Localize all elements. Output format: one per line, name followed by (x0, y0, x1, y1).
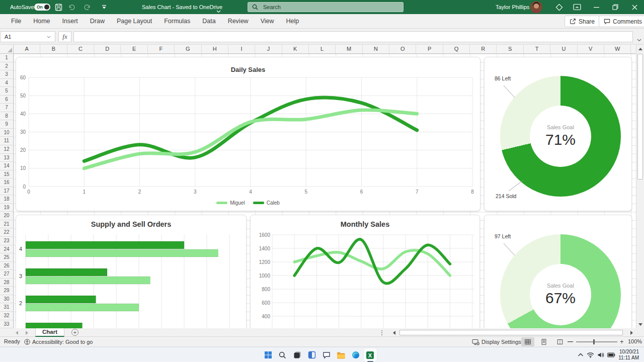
column-header-R[interactable]: R (470, 45, 497, 53)
row-header-9[interactable]: 9 (0, 120, 13, 129)
page-layout-view-button[interactable] (537, 337, 550, 346)
column-header-G[interactable]: G (175, 45, 201, 53)
bar-supply-2[interactable] (26, 304, 139, 311)
row-header-16[interactable]: 16 (0, 178, 13, 187)
row-header-28[interactable]: 28 (0, 279, 13, 287)
column-header-S[interactable]: S (497, 45, 523, 53)
column-header-K[interactable]: K (282, 45, 309, 53)
row-header-23[interactable]: 23 (0, 237, 13, 245)
row-header-12[interactable]: 12 (0, 145, 13, 154)
row-header-24[interactable]: 24 (0, 245, 13, 254)
ribbon-tab-view[interactable]: View (255, 14, 280, 29)
row-header-2[interactable]: 2 (0, 62, 13, 71)
column-header-E[interactable]: E (121, 45, 147, 53)
comments-button[interactable]: Comments (599, 16, 644, 27)
row-header-13[interactable]: 13 (0, 154, 13, 162)
search-input[interactable] (262, 4, 388, 11)
restore-button[interactable] (608, 0, 623, 14)
row-header-5[interactable]: 5 (0, 87, 13, 96)
next-sheet-button[interactable] (23, 329, 30, 336)
row-header-31[interactable]: 31 (0, 303, 13, 312)
ribbon-tab-file[interactable]: File (5, 14, 27, 29)
ribbon-tab-formulas[interactable]: Formulas (158, 14, 196, 29)
row-header-14[interactable]: 14 (0, 162, 13, 170)
row-header-15[interactable]: 15 (0, 170, 13, 179)
bar-supply-4[interactable] (26, 249, 218, 257)
column-header-Q[interactable]: Q (443, 45, 470, 53)
ribbon-tab-data[interactable]: Data (196, 14, 221, 29)
column-header-H[interactable]: H (202, 45, 228, 53)
row-header-6[interactable]: 6 (0, 96, 13, 104)
scroll-down-button[interactable] (636, 320, 644, 328)
name-box-chevron-icon[interactable] (47, 36, 51, 38)
row-header-7[interactable]: 7 (0, 104, 13, 112)
redo-button[interactable] (82, 3, 93, 12)
row-header-21[interactable]: 21 (0, 220, 13, 229)
column-header-C[interactable]: C (67, 45, 94, 53)
column-header-B[interactable]: B (40, 45, 67, 53)
zoom-slider-thumb[interactable] (593, 339, 595, 344)
row-header-4[interactable]: 4 (0, 79, 13, 87)
daily-sales-chart-card[interactable]: Daily Sales 0123456780102030405060 Migue… (16, 57, 480, 211)
start-button[interactable] (262, 348, 275, 361)
display-settings-button[interactable]: Display Settings (472, 337, 521, 347)
fx-button[interactable]: fx (58, 31, 71, 42)
ribbon-tab-page-layout[interactable]: Page Layout (111, 14, 158, 29)
search-box[interactable] (248, 2, 404, 12)
vertical-scrollbar-thumb[interactable] (637, 54, 643, 179)
column-header-M[interactable]: M (336, 45, 362, 53)
select-all-corner[interactable] (0, 45, 14, 54)
column-header-U[interactable]: U (550, 45, 577, 53)
vertical-scrollbar[interactable] (636, 45, 644, 328)
sales-goal-donut-card-top[interactable]: Sales Goal 71% 86 Left214 Sold (484, 57, 632, 211)
bar-supply-3[interactable] (26, 277, 150, 284)
previous-sheet-button[interactable] (13, 329, 20, 336)
file-explorer-button[interactable] (335, 348, 348, 361)
avatar[interactable] (530, 1, 542, 13)
zoom-level[interactable]: 100% (628, 338, 642, 344)
column-header-P[interactable]: P (416, 45, 443, 53)
row-header-17[interactable]: 17 (0, 187, 13, 196)
column-header-I[interactable]: I (228, 45, 255, 53)
row-header-10[interactable]: 10 (0, 129, 13, 137)
volume-icon[interactable] (597, 352, 604, 358)
horizontal-scrollbar-thumb[interactable] (399, 330, 623, 335)
name-box[interactable]: A1 (0, 31, 55, 42)
ribbon-tab-draw[interactable]: Draw (84, 14, 111, 29)
column-header-L[interactable]: L (309, 45, 336, 53)
taskbar-search-button[interactable] (276, 348, 289, 361)
task-view-button[interactable] (291, 348, 304, 361)
edge-button[interactable] (349, 348, 362, 361)
row-header-27[interactable]: 27 (0, 270, 13, 279)
wifi-icon[interactable] (587, 352, 594, 358)
row-header-26[interactable]: 26 (0, 262, 13, 270)
ribbon-tab-help[interactable]: Help (280, 14, 305, 29)
save-button[interactable] (53, 3, 64, 12)
minimize-button[interactable] (589, 0, 604, 14)
row-header-11[interactable]: 11 (0, 137, 13, 145)
monthly-sales-chart-card[interactable]: Monthly Sales 1600140012001000800600400 (250, 215, 480, 328)
ribbon-tab-insert[interactable]: Insert (56, 14, 84, 29)
customize-quick-access-button[interactable] (99, 3, 110, 12)
row-header-32[interactable]: 32 (0, 312, 13, 320)
series-dark[interactable] (294, 239, 450, 284)
normal-view-button[interactable] (521, 337, 534, 346)
zoom-in-button[interactable]: + (620, 338, 624, 345)
row-header-1[interactable]: 1 (0, 54, 13, 62)
page-break-preview-button[interactable] (553, 337, 567, 346)
sheet-tab-chart[interactable]: Chart (35, 328, 64, 337)
row-header-3[interactable]: 3 (0, 70, 13, 79)
column-header-N[interactable]: N (363, 45, 389, 53)
chat-button[interactable] (320, 348, 333, 361)
column-header-D[interactable]: D (94, 45, 121, 53)
ribbon-display-options-icon[interactable] (570, 0, 585, 14)
sales-goal-donut-card-bottom[interactable]: Sales Goal 67% 97 Left (484, 215, 632, 328)
row-header-30[interactable]: 30 (0, 295, 13, 304)
share-button[interactable]: Share (565, 16, 600, 27)
row-header-19[interactable]: 19 (0, 204, 13, 212)
scroll-up-button[interactable] (636, 45, 644, 53)
bar-sell-4[interactable] (26, 241, 184, 249)
column-header-V[interactable]: V (578, 45, 604, 53)
row-header-29[interactable]: 29 (0, 287, 13, 295)
formula-input[interactable] (73, 31, 633, 42)
